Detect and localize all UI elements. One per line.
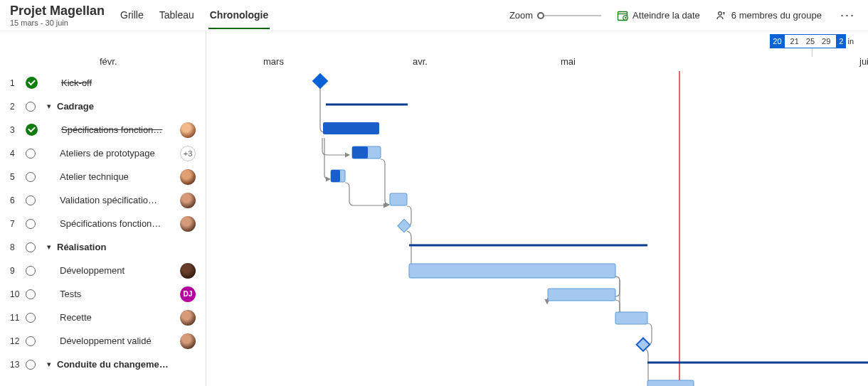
month-label: mai — [561, 56, 576, 67]
status-open-icon[interactable] — [26, 313, 36, 323]
task-row[interactable]: 3 Spécifications fonction… — [0, 118, 206, 141]
view-tabs: Grille Tableau Chronologie — [119, 2, 270, 29]
status-open-icon[interactable] — [26, 242, 36, 252]
task-name: Cadrage — [57, 101, 206, 112]
task-row[interactable]: 10 Tests DJ — [0, 282, 206, 306]
tab-timeline[interactable]: Chronologie — [208, 2, 270, 29]
month-label: juin — [859, 56, 868, 67]
avatar[interactable] — [180, 263, 196, 279]
task-name: Validation spécificatio… — [47, 195, 176, 205]
gantt-chart[interactable]: mars avr. mai juin mai 10j juin 20 21 25… — [206, 31, 868, 386]
svg-rect-15 — [409, 264, 615, 278]
tab-board[interactable]: Tableau — [158, 2, 196, 29]
task-row[interactable]: 9 Développement — [0, 259, 206, 282]
task-row[interactable]: 11 Recette — [0, 306, 206, 329]
svg-rect-11 — [331, 170, 340, 182]
task-name: Développement — [47, 265, 176, 276]
avatar[interactable] — [180, 169, 196, 185]
avatar[interactable] — [180, 333, 196, 349]
status-open-icon[interactable] — [26, 336, 36, 346]
task-row[interactable]: 13 ▾ Conduite du changeme… — [0, 353, 206, 376]
status-open-icon[interactable] — [26, 172, 36, 182]
task-row[interactable]: 1 Kick-off — [0, 71, 206, 95]
status-open-icon[interactable] — [26, 102, 36, 112]
zoom-label: Zoom — [509, 10, 533, 21]
status-open-icon[interactable] — [26, 195, 36, 205]
svg-point-3 — [718, 11, 721, 15]
month-label: avr. — [413, 56, 428, 67]
svg-rect-12 — [390, 193, 407, 205]
task-row[interactable]: 4 Ateliers de prototypage +3 — [0, 141, 206, 165]
task-name: Conduite du changeme… — [57, 359, 206, 370]
task-name: Recette — [47, 312, 176, 323]
month-label: févr. — [100, 56, 117, 67]
svg-rect-7 — [323, 122, 379, 134]
status-open-icon[interactable] — [26, 266, 36, 276]
status-done-icon[interactable] — [26, 77, 38, 89]
zoom-control[interactable]: Zoom — [509, 10, 601, 21]
avatar[interactable] — [180, 122, 196, 138]
task-row[interactable]: 7 Spécifications fonction… — [0, 212, 206, 235]
svg-rect-17 — [615, 312, 647, 324]
svg-rect-18 — [637, 338, 650, 351]
people-icon — [716, 10, 727, 21]
chevron-down-icon[interactable]: ▾ — [47, 360, 54, 369]
chevron-down-icon[interactable]: ▾ — [47, 102, 54, 111]
goto-date-button[interactable]: Atteindre la date — [617, 10, 700, 21]
avatar[interactable] — [180, 310, 196, 326]
status-open-icon[interactable] — [26, 219, 36, 229]
task-name: Tests — [47, 289, 176, 299]
task-name: Atelier technique — [47, 171, 176, 182]
task-row[interactable]: 8 ▾ Réalisation — [0, 235, 206, 259]
task-name: Spécifications fonction… — [48, 124, 176, 135]
project-date-range: 15 mars - 30 juin — [10, 18, 105, 27]
timeline-minimap[interactable]: mai 10j juin 20 21 25 29 2 in — [770, 34, 854, 48]
task-name: Kick-off — [48, 77, 206, 88]
task-name: Ateliers de prototypage — [47, 148, 176, 159]
task-row[interactable]: 2 ▾ Cadrage — [0, 95, 206, 118]
chevron-down-icon[interactable]: ▾ — [47, 242, 54, 252]
task-row[interactable]: 6 Validation spécificatio… — [0, 188, 206, 212]
task-list: 1 Kick-off 2 ▾ Cadrage 3 Spécifications … — [0, 71, 206, 386]
avatar[interactable] — [180, 193, 196, 208]
task-row[interactable]: 12 Développement validé — [0, 329, 206, 353]
task-name: Réalisation — [57, 242, 206, 252]
status-open-icon[interactable] — [26, 360, 36, 370]
more-actions-button[interactable]: ··· — [837, 8, 858, 23]
assignee-overflow-badge[interactable]: +3 — [180, 146, 196, 161]
group-members-button[interactable]: 6 membres du groupe — [716, 10, 822, 21]
svg-rect-9 — [352, 146, 368, 159]
svg-rect-5 — [312, 73, 329, 90]
project-title: Projet Magellan — [10, 4, 105, 18]
svg-rect-20 — [647, 380, 694, 386]
svg-rect-16 — [548, 289, 615, 301]
status-open-icon[interactable] — [26, 149, 36, 159]
task-row[interactable]: 5 Atelier technique — [0, 165, 206, 188]
avatar[interactable]: DJ — [180, 286, 196, 302]
calendar-goto-icon — [617, 10, 628, 21]
svg-rect-13 — [398, 220, 411, 232]
status-open-icon[interactable] — [26, 289, 36, 299]
status-done-icon[interactable] — [26, 124, 38, 136]
avatar[interactable] — [180, 216, 196, 232]
month-label: mars — [263, 56, 284, 67]
task-name: Développement validé — [47, 336, 176, 346]
gantt-svg — [206, 71, 868, 386]
task-name: Spécifications fonction… — [47, 218, 176, 229]
tab-grid[interactable]: Grille — [119, 2, 145, 29]
zoom-slider[interactable] — [537, 11, 601, 21]
